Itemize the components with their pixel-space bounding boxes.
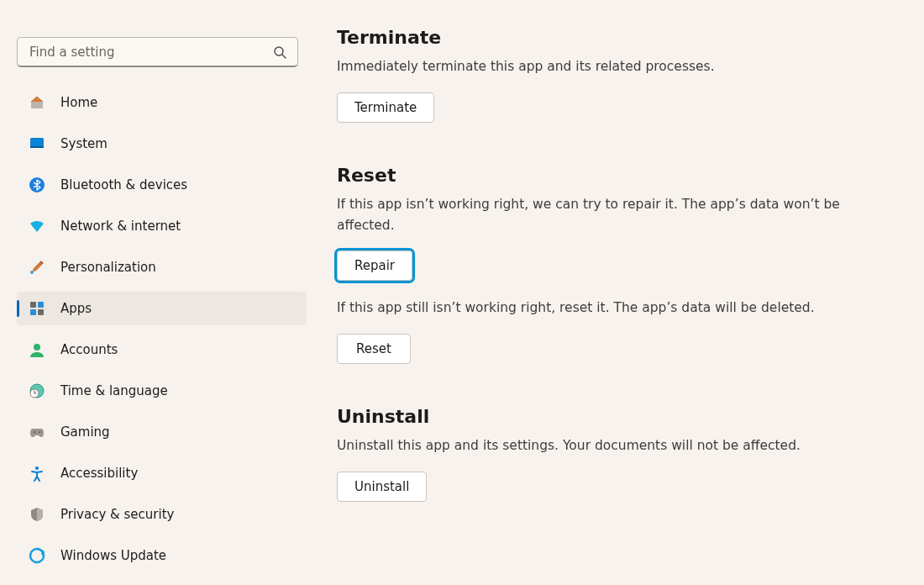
sidebar-item-label: Gaming [60,424,110,440]
svg-rect-4 [30,146,44,148]
sidebar-item-label: Time & language [60,383,168,398]
svg-rect-8 [38,302,44,308]
wifi-icon [29,218,45,235]
svg-point-15 [34,431,35,433]
svg-point-16 [39,431,40,433]
sidebar-item-accessibility[interactable]: Accessibility [17,456,307,490]
search-input[interactable] [17,37,298,67]
sidebar-item-label: Network & internet [60,219,181,234]
system-icon [29,135,45,152]
svg-rect-2 [31,102,43,108]
sidebar-item-home[interactable]: Home [17,86,307,119]
section-reset: Reset If this app isn’t working right, w… [337,165,857,364]
svg-point-11 [34,344,40,350]
sidebar-item-label: Apps [60,301,92,316]
sidebar-item-windows-update[interactable]: Windows Update [17,539,307,572]
svg-point-0 [275,47,283,55]
reset-button[interactable]: Reset [337,334,411,364]
sidebar-item-accounts[interactable]: Accounts [17,333,307,366]
sidebar-item-label: Bluetooth & devices [60,177,187,192]
paintbrush-icon [29,259,45,276]
main-content: Terminate Immediately terminate this app… [315,0,924,585]
section-terminate: Terminate Immediately terminate this app… [337,27,857,123]
uninstall-heading: Uninstall [337,406,857,427]
section-uninstall: Uninstall Uninstall this app and its set… [337,406,857,502]
sidebar-item-label: Privacy & security [60,507,174,522]
svg-point-17 [35,466,39,470]
accessibility-icon [29,465,45,482]
sidebar-item-apps[interactable]: Apps [17,292,307,325]
person-icon [29,341,45,358]
sidebar-item-label: Home [60,95,97,110]
bluetooth-icon [29,177,45,193]
svg-line-1 [282,55,286,58]
sidebar-item-label: Personalization [60,260,156,275]
sidebar-item-time-language[interactable]: Time & language [17,374,307,408]
settings-sidebar: Home System Bluetooth & devices [0,0,315,585]
uninstall-button[interactable]: Uninstall [337,472,427,502]
svg-rect-7 [30,302,36,308]
search-container [17,37,298,67]
svg-rect-10 [38,309,44,315]
repair-button[interactable]: Repair [337,250,412,281]
sidebar-item-bluetooth[interactable]: Bluetooth & devices [17,168,307,202]
sidebar-nav: Home System Bluetooth & devices [17,86,307,580]
sidebar-item-privacy[interactable]: Privacy & security [17,498,307,531]
repair-description: If this app isn’t working right, we can … [337,194,857,236]
home-icon [29,94,45,111]
uninstall-description: Uninstall this app and its settings. You… [337,435,857,456]
sidebar-item-system[interactable]: System [17,127,307,161]
search-button[interactable] [265,37,295,67]
sidebar-item-network[interactable]: Network & internet [17,209,307,243]
sidebar-item-label: System [60,136,108,151]
terminate-heading: Terminate [337,27,857,48]
globe-clock-icon [29,382,45,399]
sidebar-item-personalization[interactable]: Personalization [17,250,307,284]
sidebar-item-gaming[interactable]: Gaming [17,415,307,449]
sidebar-item-label: Accounts [60,342,118,357]
update-icon [29,547,45,564]
search-icon [273,45,286,59]
sidebar-item-label: Accessibility [60,466,138,481]
sidebar-item-label: Windows Update [60,548,166,563]
terminate-description: Immediately terminate this app and its r… [337,56,857,77]
terminate-button[interactable]: Terminate [337,92,434,123]
svg-rect-9 [30,309,36,315]
shield-icon [29,506,45,523]
reset-description: If this app still isn’t working right, r… [337,298,857,319]
svg-point-6 [30,271,34,274]
reset-heading: Reset [337,165,857,186]
gamepad-icon [29,424,45,440]
apps-icon [29,300,45,317]
